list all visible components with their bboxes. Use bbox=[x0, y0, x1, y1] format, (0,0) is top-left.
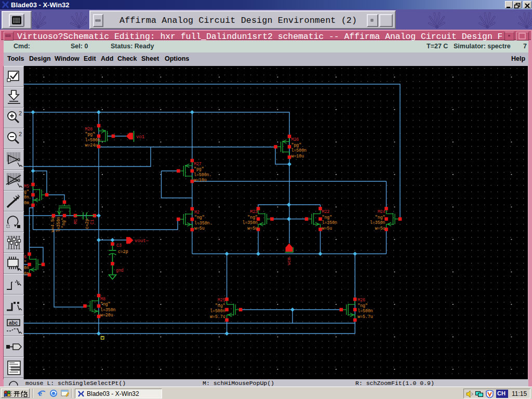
svg-text:l=500n: l=500n bbox=[210, 309, 225, 313]
svg-text:vcm: vcm bbox=[287, 257, 292, 265]
svg-text:w=5u: w=5u bbox=[322, 226, 332, 231]
svg-text:"ng": "ng" bbox=[357, 303, 368, 308]
svg-text:l=350n: l=350n bbox=[243, 220, 258, 225]
svg-text:M24: M24 bbox=[378, 209, 385, 214]
svg-text:w=20u: w=20u bbox=[100, 313, 113, 317]
svg-text:"pg": "pg" bbox=[194, 167, 204, 171]
svg-text:": " bbox=[24, 260, 26, 265]
svg-text:w=5.7u: w=5.7u bbox=[357, 314, 373, 319]
svg-text:l=500n.: l=500n. bbox=[194, 172, 211, 177]
svg-text:w=5u: w=5u bbox=[194, 226, 205, 231]
svg-text:l=350n.: l=350n. bbox=[194, 221, 212, 225]
svg-text:M26: M26 bbox=[357, 298, 365, 302]
svg-text:l=350n: l=350n bbox=[100, 308, 116, 312]
svg-text:6: 6 bbox=[24, 255, 26, 259]
svg-text:2: 2 bbox=[19, 110, 22, 116]
svg-text:M27: M27 bbox=[194, 162, 202, 166]
svg-text:0m: 0m bbox=[24, 201, 29, 205]
svg-text:C1: C1 bbox=[90, 219, 95, 224]
svg-text:M28: M28 bbox=[85, 127, 93, 131]
svg-text:l=500n: l=500n bbox=[85, 138, 101, 142]
svg-text:C3: C3 bbox=[116, 243, 122, 248]
svg-text:l=350n: l=350n bbox=[322, 220, 338, 225]
svg-text:0n: 0n bbox=[24, 271, 29, 276]
svg-text:c=2p: c=2p bbox=[118, 249, 128, 254]
svg-text:"pg": "pg" bbox=[85, 132, 96, 137]
svg-text:vout—: vout— bbox=[135, 238, 149, 244]
svg-text:M8: M8 bbox=[100, 297, 105, 301]
svg-text:"ng": "ng" bbox=[194, 215, 205, 220]
svg-text:"ng": "ng" bbox=[100, 302, 111, 307]
svg-text:"ng": "ng" bbox=[215, 303, 225, 308]
svg-text:w=10u: w=10u bbox=[291, 154, 304, 158]
svg-text:l=500n: l=500n bbox=[291, 148, 307, 153]
svg-text:w=4.5u: w=4.5u bbox=[50, 217, 55, 232]
svg-text:w=5.7u: w=5.7u bbox=[210, 314, 225, 319]
svg-text:M22: M22 bbox=[322, 209, 330, 214]
svg-text:M1: M1 bbox=[73, 219, 78, 224]
svg-text:abc: abc bbox=[9, 320, 18, 326]
svg-text:"ng": "ng" bbox=[375, 215, 385, 220]
svg-text:w=10u: w=10u bbox=[194, 178, 207, 182]
svg-text:l=500n: l=500n bbox=[357, 309, 373, 313]
svg-text:"ng": "ng" bbox=[247, 215, 258, 220]
svg-text:vo1: vo1 bbox=[136, 135, 144, 140]
svg-text:M5: M5 bbox=[24, 184, 29, 189]
svg-text:w=5u: w=5u bbox=[247, 226, 258, 231]
svg-text:M26: M26 bbox=[291, 137, 299, 142]
svg-text:"ng": "ng" bbox=[61, 218, 66, 228]
svg-text:w=5u: w=5u bbox=[375, 226, 385, 231]
svg-text:l=350n: l=350n bbox=[56, 217, 61, 232]
svg-text:w=24u: w=24u bbox=[85, 143, 98, 148]
svg-text:M23: M23 bbox=[250, 209, 258, 214]
svg-text:M25: M25 bbox=[218, 298, 225, 302]
svg-text:g": g" bbox=[24, 190, 29, 194]
svg-text:2: 2 bbox=[19, 131, 22, 137]
svg-text:0n: 0n bbox=[24, 195, 29, 200]
svg-text:M2: M2 bbox=[194, 210, 200, 215]
svg-text:c=2p: c=2p bbox=[85, 219, 89, 229]
svg-text:0n: 0n bbox=[24, 265, 29, 270]
svg-text:l=350n: l=350n bbox=[370, 220, 385, 225]
svg-text:gnd: gnd bbox=[116, 268, 124, 273]
svg-text:"pg": "pg" bbox=[291, 143, 302, 148]
svg-text:"ng": "ng" bbox=[322, 215, 332, 220]
